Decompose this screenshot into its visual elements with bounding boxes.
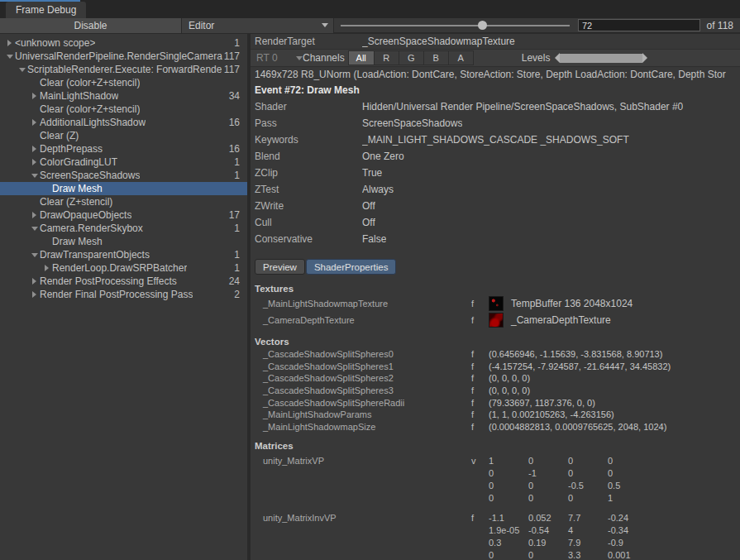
render-target-toolbar: RT 0 Channels AllRGBA Levels [251,49,740,67]
property-row: ShaderHidden/Universal Render Pipeline/S… [251,98,740,115]
vector-name: _CascadeShadowSplitSpheres1 [251,361,471,371]
vectors-section: _CascadeShadowSplitSpheres0f(0.6456946, … [251,348,740,433]
matrix-values: -1.10.0527.7-0.241.9e-05-0.544-0.340.30.… [489,512,647,560]
tree-row[interactable]: ScreenSpaceShadows1 [0,169,247,182]
channel-button-a[interactable]: A [448,51,473,65]
tree-row[interactable]: Clear (Z+stencil) [0,195,247,208]
arrow-spacer [29,76,40,89]
property-row: PassScreenSpaceShadows [251,115,740,132]
expand-arrow-icon[interactable] [29,156,40,169]
collapse-arrow-icon[interactable] [17,63,27,76]
event-slider-track[interactable] [341,25,570,26]
vector-value: (0, 0, 0, 0) [489,385,530,395]
collapse-arrow-icon[interactable] [29,248,40,261]
matrix-cell: -0.34 [608,524,647,537]
event-tree: <unknown scope>1UniversalRenderPipeline.… [0,34,247,560]
expand-arrow-icon[interactable] [29,116,40,129]
matrix-cell: 1 [489,455,528,467]
matrix-cell: 0.3 [489,537,528,549]
tree-row[interactable]: Draw Mesh [0,182,247,195]
event-slider[interactable] [341,17,570,33]
tree-row-label: Render Final PostProcessing Pass [40,288,193,301]
expand-arrow-icon[interactable] [4,36,15,50]
matrix-cell: 0 [608,455,647,467]
tree-row-label: ColorGradingLUT [40,156,117,169]
tree-row[interactable]: DrawOpaqueObjects17 [0,208,247,222]
vector-type: f [471,349,489,359]
vector-type: f [471,385,489,395]
matrix-cell: 0.19 [528,537,568,549]
disable-button[interactable]: Disable [0,17,182,33]
tree-row[interactable]: DrawTransparentObjects1 [0,248,247,261]
tree-row-count: 34 [229,89,247,103]
tree-row[interactable]: Draw Mesh [0,235,247,248]
buffer-info-text: 1469x728 R8_UNorm (LoadAction: DontCare,… [251,67,740,82]
tab-frame-debug[interactable]: Frame Debug [6,2,86,18]
target-dropdown[interactable]: Editor [182,17,334,33]
main-split: <unknown scope>1UniversalRenderPipeline.… [0,34,740,560]
matrix-cell: 0 [489,467,528,480]
tree-row[interactable]: MainLightShadow34 [0,89,247,103]
textures-section: _MainLightShadowmapTexturefTempBuffer 13… [251,295,740,328]
vector-row: _MainLightShadowmapSizef(0.0004882813, 0… [251,421,740,433]
tree-row[interactable]: UniversalRenderPipeline.RenderSingleCame… [0,50,247,63]
tree-row[interactable]: Camera.RenderSkybox1 [0,222,247,235]
tree-row-count: 117 [224,63,247,76]
expand-arrow-icon[interactable] [41,261,52,275]
channel-button-r[interactable]: R [374,51,399,65]
collapse-arrow-icon[interactable] [4,50,15,63]
tree-row[interactable]: ScriptableRenderer.Execute: ForwardRende… [0,63,247,76]
levels-max-handle[interactable] [642,53,647,63]
tree-row[interactable]: ColorGradingLUT1 [0,156,247,169]
rt-index-dropdown[interactable]: RT 0 [256,52,303,64]
levels-bar-fill[interactable] [560,54,642,63]
expand-arrow-icon[interactable] [29,89,40,103]
matrix-cell: 0 [528,492,568,505]
shadowmap-thumbnail[interactable] [489,296,504,311]
event-properties: ShaderHidden/Universal Render Pipeline/S… [251,98,740,247]
property-value: ScreenSpaceShadows [362,117,462,129]
expand-arrow-icon[interactable] [29,288,40,301]
tree-row[interactable]: RenderLoop.DrawSRPBatcher1 [0,261,247,275]
tree-row[interactable]: Render PostProcessing Effects24 [0,275,247,288]
expand-arrow-icon[interactable] [29,275,40,288]
matrix-type: v [471,455,489,467]
tree-row-label: DrawTransparentObjects [40,248,150,261]
depth-thumbnail[interactable] [489,313,504,328]
channel-button-b[interactable]: B [423,51,448,65]
render-target-label: RenderTarget [255,36,362,47]
channel-button-g[interactable]: G [399,51,423,65]
vector-name: _MainLightShadowmapSize [251,422,471,432]
tree-row[interactable]: Render Final PostProcessing Pass2 [0,288,247,301]
matrix-cell: 1.9e-05 [489,524,528,537]
collapse-arrow-icon[interactable] [29,222,40,235]
vector-type: f [471,373,489,383]
expand-arrow-icon[interactable] [29,208,40,222]
tab-preview[interactable]: Preview [255,259,305,275]
expand-arrow-icon[interactable] [29,142,40,156]
event-slider-handle[interactable] [478,21,487,30]
channel-button-all[interactable]: All [349,51,374,65]
matrix-cell: 0 [489,492,528,505]
texture-type: f [471,299,489,309]
arrow-spacer [41,182,52,195]
tree-row-count: 24 [229,275,247,288]
tree-row[interactable]: DepthPrepass16 [0,142,247,156]
chevron-down-icon [322,23,328,27]
levels-range-slider[interactable] [555,53,647,64]
tree-row[interactable]: AdditionalLightsShadow16 [0,116,247,129]
tree-row[interactable]: <unknown scope>1 [0,36,247,50]
tree-row[interactable]: Clear (color+Z+stencil) [0,76,247,89]
tree-row[interactable]: Clear (color+Z+stencil) [0,103,247,116]
texture-type: f [471,315,489,325]
collapse-arrow-icon[interactable] [29,169,40,182]
channels-label: Channels [303,52,345,64]
matrix-cell: -0.54 [528,524,568,537]
tab-shaderproperties[interactable]: ShaderProperties [306,259,397,275]
tree-row[interactable]: Clear (Z) [0,129,247,142]
event-title: Event #72: Draw Mesh [251,82,740,98]
vector-value: (0.0004882813, 0.0009765625, 2048, 1024) [489,422,666,432]
vector-name: _CascadeShadowSplitSpheres3 [251,385,471,395]
property-value: Off [362,200,375,212]
event-number-input[interactable] [578,19,700,31]
